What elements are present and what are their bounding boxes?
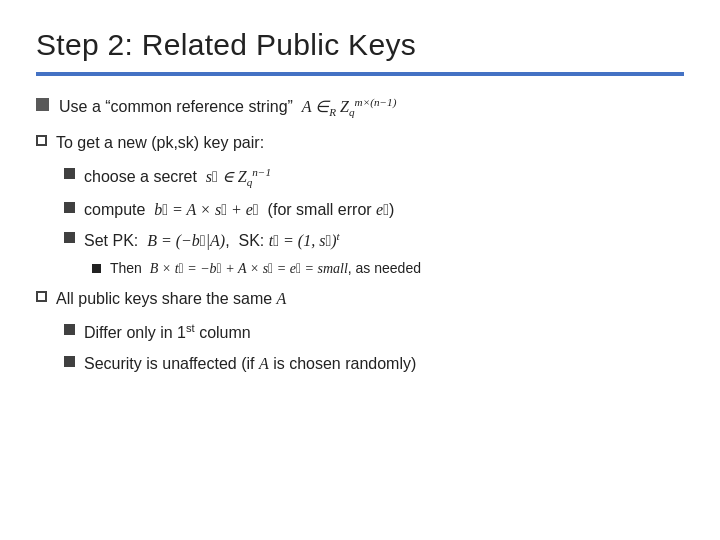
bullet-text: Then B × t⃗ = −b⃗ + A × s⃗ = e⃗ = small,… bbox=[110, 259, 421, 279]
list-item: choose a secret s⃗ ∈ Zqn−1 bbox=[64, 164, 684, 191]
bullet-icon bbox=[64, 232, 75, 243]
list-item: compute b⃗ = A × s⃗ + e⃗ (for small erro… bbox=[64, 198, 684, 221]
bullet-text: Security is unaffected (if A is chosen r… bbox=[84, 352, 416, 375]
list-item: Then B × t⃗ = −b⃗ + A × s⃗ = e⃗ = small,… bbox=[92, 259, 684, 279]
slide-content: Use a “common reference string” A ∈R Zqm… bbox=[36, 94, 684, 375]
bullet-text: All public keys share the same A bbox=[56, 287, 286, 310]
bullet-icon bbox=[64, 168, 75, 179]
bullet-icon bbox=[36, 291, 47, 302]
bullet-icon bbox=[64, 324, 75, 335]
slide: Step 2: Related Public Keys Use a “commo… bbox=[0, 0, 720, 540]
list-item: Set PK: B = (−b⃗|A), SK: t⃗ = (1, s⃗)t bbox=[64, 228, 684, 253]
list-item: To get a new (pk,sk) key pair: bbox=[36, 131, 684, 154]
slide-title: Step 2: Related Public Keys bbox=[36, 28, 684, 62]
bullet-text: choose a secret s⃗ ∈ Zqn−1 bbox=[84, 164, 271, 191]
bullet-text: Set PK: B = (−b⃗|A), SK: t⃗ = (1, s⃗)t bbox=[84, 228, 340, 253]
bullet-icon bbox=[64, 202, 75, 213]
bullet-text: Differ only in 1st column bbox=[84, 320, 251, 345]
bullet-icon bbox=[64, 356, 75, 367]
bullet-text: To get a new (pk,sk) key pair: bbox=[56, 131, 264, 154]
bullet-text: compute b⃗ = A × s⃗ + e⃗ (for small erro… bbox=[84, 198, 394, 221]
list-item: Differ only in 1st column bbox=[64, 320, 684, 345]
list-item: Security is unaffected (if A is chosen r… bbox=[64, 352, 684, 375]
bullet-icon bbox=[36, 98, 49, 111]
bullet-icon bbox=[36, 135, 47, 146]
title-bar bbox=[36, 72, 684, 76]
list-item: Use a “common reference string” A ∈R Zqm… bbox=[36, 94, 684, 121]
list-item: All public keys share the same A bbox=[36, 287, 684, 310]
bullet-text: Use a “common reference string” A ∈R Zqm… bbox=[59, 94, 396, 121]
bullet-icon bbox=[92, 264, 101, 273]
